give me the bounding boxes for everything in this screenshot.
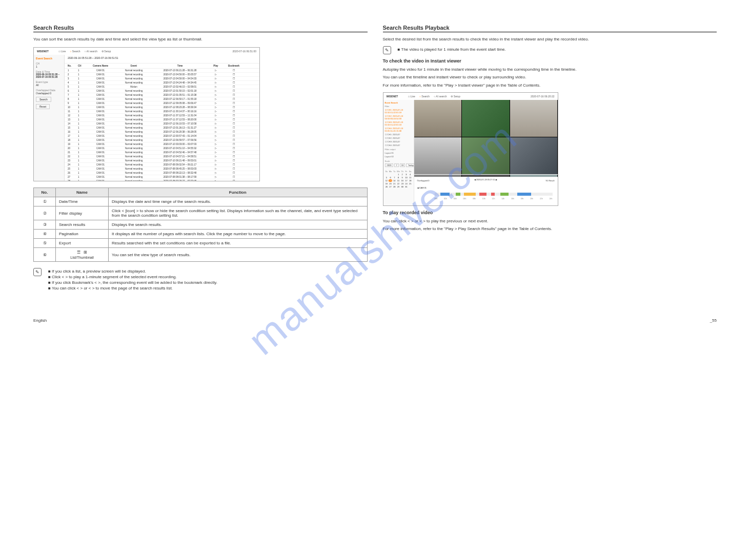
table-row[interactable]: 141CAM 01Normal recording2020-07-12 06:1… bbox=[65, 122, 259, 126]
table-row[interactable]: 41CAM 01Normal recording2020-07-13 04:24… bbox=[65, 81, 259, 85]
table-row[interactable]: 51CAM 01Motion2020-07-13 02:46:15 ~ 02:5… bbox=[65, 85, 259, 89]
results-area: 2020-06-16 05:51:28 ~ 2020-07-16 06:51:5… bbox=[65, 55, 259, 181]
table-row[interactable]: 261CAM 01Normal recording2020-07-08 08:2… bbox=[65, 171, 259, 175]
table-row[interactable]: 191CAM 01Normal recording2020-07-10 03:0… bbox=[65, 142, 259, 147]
table-row[interactable]: 281CAM 01Normal recording2020-07-08 07:2… bbox=[65, 179, 259, 181]
table-row[interactable]: 211CAM 01Normal recording2020-07-10 04:5… bbox=[65, 151, 259, 155]
table-row[interactable]: 81CAM 01Normal recording2020-07-12 06:50… bbox=[65, 97, 259, 101]
note-block: ✎ If you click a list, a preview screen … bbox=[33, 268, 368, 292]
tab-live[interactable]: □ Live bbox=[59, 50, 66, 53]
table-row[interactable]: 21CAM 01Normal recording2020-07-13 04:50… bbox=[65, 73, 259, 77]
table-row[interactable]: 181CAM 01Normal recording2020-07-13 06:5… bbox=[65, 138, 259, 142]
table-row[interactable]: 251CAM 01Normal recording2020-07-08 08:4… bbox=[65, 167, 259, 171]
table-row[interactable]: 121CAM 01Normal recording2020-07-11 07:1… bbox=[65, 114, 259, 118]
intro-right: Select the desired list from the search … bbox=[383, 36, 717, 42]
table-row[interactable]: 231CAM 01Normal recording2020-07-10 09:2… bbox=[65, 159, 259, 163]
table-row[interactable]: 161CAM 01Normal recording2020-07-12 06:2… bbox=[65, 130, 259, 134]
tab-ai[interactable]: ○ AI search bbox=[85, 50, 97, 53]
search-button[interactable]: Search bbox=[36, 97, 51, 102]
reset-button[interactable]: Reset bbox=[36, 104, 50, 109]
table-row[interactable]: 31CAM 01Normal recording2020-07-13 04:50… bbox=[65, 77, 259, 81]
sub-recorded: To play recorded video bbox=[383, 210, 717, 215]
tab-search[interactable]: ○ Search bbox=[70, 50, 80, 53]
screenshot-search-results: 1 2 3 4 5 6 WISENET □ Live ○ Search ○ AI… bbox=[33, 47, 260, 181]
table-row[interactable]: 201CAM 01Normal recording2020-07-10 04:5… bbox=[65, 147, 259, 151]
note-icon: ✎ bbox=[383, 46, 391, 54]
footer-page: _55 bbox=[710, 318, 717, 323]
section-title-left: Search Results bbox=[33, 25, 368, 32]
reference-table: No. Name Function ①Date/TimeDisplays the… bbox=[33, 188, 368, 262]
body2: You can click < > or < > to play the pre… bbox=[383, 218, 717, 224]
intro-text: You can sort the search results by date … bbox=[33, 36, 368, 42]
table-row[interactable]: 151CAM 01Normal recording2020-07-13 01:2… bbox=[65, 126, 259, 130]
table-row[interactable]: 131CAM 01Normal recording2020-07-11 07:1… bbox=[65, 118, 259, 122]
timeline[interactable]: Overlapped 0 ◉ CAM 01 ◀ 2020-07-13 05:27… bbox=[414, 177, 558, 205]
footer-lang: English bbox=[33, 318, 47, 323]
header-datetime: 2020-07-16 06:51:00 bbox=[233, 50, 256, 53]
date-range: 2020-06-16 05:51:28 ~ 2020-07-16 06:51:5… bbox=[65, 55, 259, 64]
table-row[interactable]: 101CAM 01Normal recording2020-07-12 08:2… bbox=[65, 106, 259, 110]
table-row[interactable]: 61CAM 01Normal recording2020-07-13 01:50… bbox=[65, 89, 259, 93]
table-row[interactable]: 111CAM 01Normal recording2020-07-11 00:1… bbox=[65, 110, 259, 114]
table-row[interactable]: 241CAM 01Normal recording2020-07-08 09:0… bbox=[65, 163, 259, 167]
table-row[interactable]: 271CAM 01Normal recording2020-07-08 08:0… bbox=[65, 175, 259, 179]
video-grid bbox=[414, 100, 558, 174]
section-title-right: Search Results Playback bbox=[383, 25, 717, 32]
table-row[interactable]: 91CAM 01Normal recording2020-07-12 09:05… bbox=[65, 101, 259, 106]
table-row[interactable]: 171CAM 01Normal recording2020-07-13 00:5… bbox=[65, 134, 259, 138]
logo: WISENET bbox=[37, 50, 49, 53]
table-row[interactable]: 71CAM 01Normal recording2020-07-13 01:05… bbox=[65, 93, 259, 97]
table-row[interactable]: 221CAM 01Normal recording2020-07-10 04:5… bbox=[65, 155, 259, 159]
note-icon: ✎ bbox=[33, 268, 42, 276]
sub-instant: To check the video in Instant viewer bbox=[383, 58, 717, 64]
table-row[interactable]: 11CAM 01Normal recording2020-07-13 06:21… bbox=[65, 69, 259, 73]
sidebar-playback[interactable]: Event Search Filter ☑ CH1: 2020-07-13 01… bbox=[383, 100, 414, 205]
screenshot-playback: WISENET □ Live ○ Search ○ AI search ⚙ Se… bbox=[383, 92, 558, 206]
tab-setup[interactable]: ⚙ Setup bbox=[102, 50, 111, 53]
sidebar-filter[interactable]: Event Search CH 1 Date & Time 2020-06-16… bbox=[34, 55, 65, 181]
